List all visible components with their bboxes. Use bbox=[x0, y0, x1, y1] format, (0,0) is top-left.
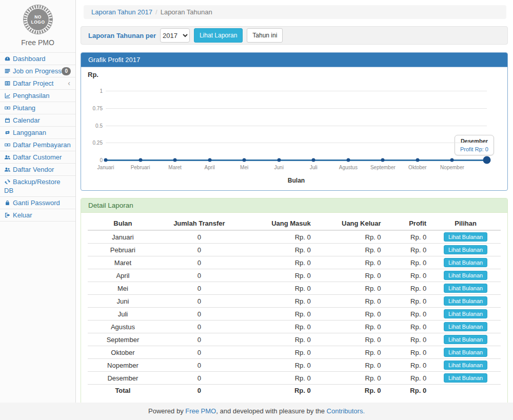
cell-uang-keluar: Rp. 0 bbox=[315, 359, 385, 372]
cell-uang-keluar: Rp. 0 bbox=[315, 321, 385, 333]
dashboard-icon bbox=[4, 55, 11, 62]
cell-pilihan: Lihat Bulanan bbox=[430, 256, 501, 269]
calendar-icon bbox=[4, 117, 11, 124]
table-row-desember: Desember0Rp. 0Rp. 0Rp. 0Lihat Bulanan bbox=[88, 372, 501, 385]
sidebar-item-daftar-project[interactable]: Daftar Project‹ bbox=[0, 77, 75, 90]
sidebar-item-keluar[interactable]: Keluar bbox=[0, 209, 75, 222]
money-icon bbox=[4, 105, 11, 111]
sidebar-item-daftar-vendor[interactable]: Daftar Vendor bbox=[0, 164, 75, 176]
cell-bulan: Juli bbox=[88, 308, 158, 321]
svg-text:LOGO: LOGO bbox=[31, 19, 45, 25]
cell-pilihan: Lihat Bulanan bbox=[430, 282, 501, 295]
chart-x-tick: Maret bbox=[168, 165, 182, 170]
sidebar-item-dashboard[interactable]: Dashboard bbox=[0, 53, 75, 65]
table-row-pebruari: Pebruari0Rp. 0Rp. 0Rp. 0Lihat Bulanan bbox=[88, 244, 501, 256]
footer-free-pmo-link[interactable]: Free PMO bbox=[185, 407, 216, 415]
tahun-ini-button[interactable]: Tahun ini bbox=[247, 28, 283, 43]
sidebar-item-piutang[interactable]: Piutang bbox=[0, 102, 75, 114]
chart-data-point-januari[interactable] bbox=[104, 158, 108, 162]
chart-data-point-maret[interactable] bbox=[173, 158, 177, 162]
lihat-bulanan-button-maret[interactable]: Lihat Bulanan bbox=[444, 258, 487, 267]
sidebar-item-daftar-pembayaran[interactable]: Daftar Pembayaran bbox=[0, 139, 75, 151]
cell-jumlah-transfer: 0 bbox=[158, 230, 241, 244]
footer-contributors-link[interactable]: Contributors. bbox=[327, 407, 365, 415]
column-header-pilihan: Pilihan bbox=[430, 217, 501, 230]
chart-data-point-oktober[interactable] bbox=[416, 158, 419, 162]
cell-uang-masuk: Rp. 0 bbox=[241, 295, 315, 308]
chart-data-point-juni[interactable] bbox=[277, 158, 281, 162]
lihat-bulanan-button-pebruari[interactable]: Lihat Bulanan bbox=[444, 245, 487, 254]
cell-pilihan: Lihat Bulanan bbox=[430, 230, 501, 244]
lihat-bulanan-button-agustus[interactable]: Lihat Bulanan bbox=[444, 322, 487, 331]
sidebar-item-label: Ganti Password bbox=[13, 199, 60, 207]
year-select[interactable]: 2017 bbox=[160, 28, 190, 43]
table-row-januari: Januari0Rp. 0Rp. 0Rp. 0Lihat Bulanan bbox=[88, 230, 501, 244]
cell-pilihan: Lihat Bulanan bbox=[430, 359, 501, 372]
lock-icon bbox=[4, 199, 11, 206]
lihat-bulanan-button-oktober[interactable]: Lihat Bulanan bbox=[444, 348, 487, 357]
sidebar-item-daftar-customer[interactable]: Daftar Customer bbox=[0, 151, 75, 164]
table-row-mei: Mei0Rp. 0Rp. 0Rp. 0Lihat Bulanan bbox=[88, 282, 501, 295]
sidebar-item-langganan[interactable]: Langganan bbox=[0, 127, 75, 139]
chart-x-tick: Juli bbox=[310, 165, 318, 170]
cell-uang-masuk: Rp. 0 bbox=[241, 308, 315, 321]
sidebar-item-penghasilan[interactable]: Penghasilan bbox=[0, 90, 75, 102]
breadcrumb-link-laporan-tahun[interactable]: Laporan Tahun 2017 bbox=[91, 8, 152, 16]
lihat-bulanan-button-juni[interactable]: Lihat Bulanan bbox=[444, 296, 487, 306]
lihat-laporan-button[interactable]: Lihat Laporan bbox=[194, 28, 243, 43]
detail-panel-body: Bulan Jumlah Transfer Uang Masuk Uang Ke… bbox=[81, 213, 507, 404]
cell-pilihan: Lihat Bulanan bbox=[430, 269, 501, 282]
cell-uang-keluar: Rp. 0 bbox=[315, 295, 385, 308]
chart-data-point-juli[interactable] bbox=[312, 158, 315, 162]
sidebar-item-label: Daftar Vendor bbox=[13, 166, 54, 173]
chart-data-point-september[interactable] bbox=[381, 158, 385, 162]
cell-bulan: September bbox=[88, 333, 158, 346]
chart-data-point-mei[interactable] bbox=[243, 158, 246, 162]
column-header-bulan: Bulan bbox=[88, 217, 158, 230]
refresh-icon bbox=[4, 178, 11, 185]
chart-data-point-agustus[interactable] bbox=[346, 158, 350, 162]
table-header-row: Bulan Jumlah Transfer Uang Masuk Uang Ke… bbox=[88, 217, 501, 230]
chart-x-tick: Oktober bbox=[408, 165, 427, 170]
sidebar-item-label: Langganan bbox=[13, 129, 46, 136]
sidebar-item-calendar[interactable]: Calendar bbox=[0, 114, 75, 127]
cell-uang-keluar: Rp. 0 bbox=[315, 282, 385, 295]
chart-x-tick: Juni bbox=[274, 165, 284, 170]
users-icon bbox=[4, 166, 11, 173]
lihat-bulanan-button-nopember[interactable]: Lihat Bulanan bbox=[444, 361, 487, 370]
lihat-bulanan-button-april[interactable]: Lihat Bulanan bbox=[444, 271, 487, 280]
cell-uang-masuk: Rp. 0 bbox=[241, 333, 315, 346]
cell-uang-keluar: Rp. 0 bbox=[315, 333, 385, 346]
lihat-bulanan-button-juli[interactable]: Lihat Bulanan bbox=[444, 309, 487, 318]
chart-data-point-april[interactable] bbox=[208, 158, 211, 162]
sidebar-item-backup-restore-db[interactable]: Backup/Restore DB bbox=[0, 176, 75, 197]
cell-profit: Rp. 0 bbox=[385, 372, 431, 385]
cell-uang-masuk: Rp. 0 bbox=[241, 359, 315, 372]
sidebar-item-job-on-progress[interactable]: Job on Progress0 bbox=[0, 65, 75, 77]
cell-uang-keluar: Rp. 0 bbox=[315, 244, 385, 256]
cell-uang-masuk: Rp. 0 bbox=[241, 372, 315, 385]
cell-pilihan bbox=[430, 385, 501, 397]
chevron-left-icon: ‹ bbox=[68, 79, 70, 88]
chart-x-tick: Nopember bbox=[440, 165, 464, 170]
cell-jumlah-transfer: 0 bbox=[158, 346, 241, 359]
lihat-bulanan-button-desember[interactable]: Lihat Bulanan bbox=[444, 373, 487, 383]
brand-name: Free PMO bbox=[0, 38, 75, 47]
cell-profit: Rp. 0 bbox=[385, 244, 431, 256]
chart-panel-title: Grafik Profit 2017 bbox=[81, 53, 507, 67]
footer-text-middle: , and developed with pleasure by the bbox=[216, 407, 326, 415]
lihat-bulanan-button-januari[interactable]: Lihat Bulanan bbox=[444, 232, 487, 242]
lihat-bulanan-button-september[interactable]: Lihat Bulanan bbox=[444, 335, 487, 344]
chart-x-tick: Agustus bbox=[339, 165, 358, 170]
no-logo-seal-icon: NO LOGO bbox=[23, 4, 53, 35]
chart-x-tick: Januari bbox=[97, 165, 114, 170]
lihat-bulanan-button-mei[interactable]: Lihat Bulanan bbox=[444, 284, 487, 293]
chart-data-point-nopember[interactable] bbox=[450, 158, 454, 162]
cell-jumlah-transfer: 0 bbox=[158, 269, 241, 282]
sidebar-item-ganti-password[interactable]: Ganti Password bbox=[0, 197, 75, 209]
chart-y-tick: 0 bbox=[81, 157, 103, 163]
cell-profit: Rp. 0 bbox=[385, 308, 431, 321]
chart-data-point-desember[interactable] bbox=[483, 156, 491, 164]
cell-uang-keluar: Rp. 0 bbox=[315, 269, 385, 282]
chart-data-point-pebruari[interactable] bbox=[139, 158, 142, 162]
